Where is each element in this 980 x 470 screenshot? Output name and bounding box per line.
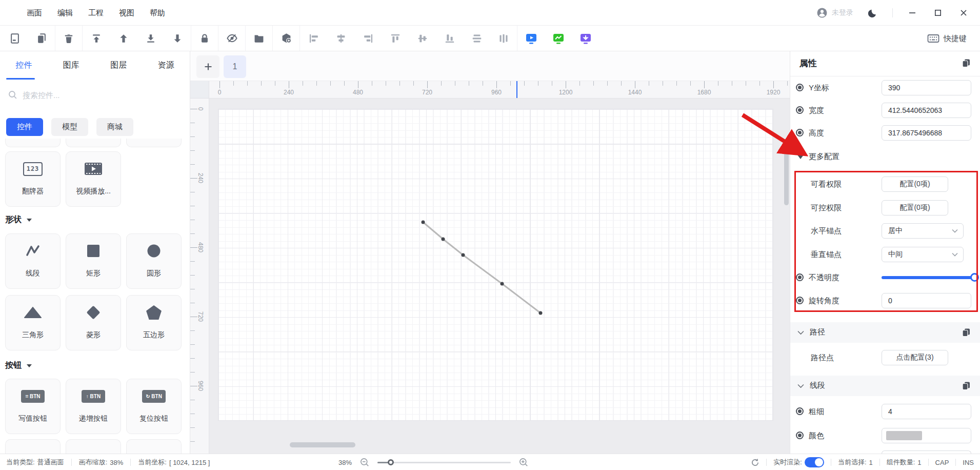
widget-diamond[interactable]: 菱形 <box>66 295 121 350</box>
copy-segment-icon[interactable] <box>962 381 971 390</box>
lock-icon[interactable] <box>191 26 218 51</box>
theme-moon-icon[interactable] <box>867 7 879 19</box>
widget-reset-button[interactable]: ↻ BTN 复位按钮 <box>126 379 182 434</box>
widget-pentagon[interactable]: 五边形 <box>126 295 182 350</box>
vertical-anchor-select[interactable]: 中间 <box>882 247 964 262</box>
opacity-slider[interactable] <box>882 276 977 279</box>
clipped-card[interactable] <box>66 139 121 147</box>
bind-y-coord-radio[interactable] <box>796 84 804 91</box>
widget-write-button[interactable]: = BTN 写值按钮 <box>5 379 61 434</box>
opacity-slider-knob[interactable] <box>970 273 979 282</box>
buttons-section-header[interactable]: 按钮 <box>5 360 32 371</box>
path-points-config-button[interactable]: 点击配置(3) <box>882 350 948 365</box>
align-middle-vertical-icon[interactable] <box>409 26 436 51</box>
menu-edit[interactable]: 编辑 <box>57 8 73 18</box>
width-input[interactable] <box>882 103 971 118</box>
view-permission-config-button[interactable]: 配置(0项) <box>882 177 948 192</box>
height-input[interactable] <box>882 125 971 141</box>
widget-video-player[interactable]: 视频播放... <box>66 151 121 207</box>
thickness-input[interactable] <box>882 404 971 419</box>
widget-rectangle[interactable]: 矩形 <box>66 233 121 289</box>
zoom-in-icon[interactable] <box>519 458 528 467</box>
shapes-section-header[interactable]: 形状 <box>5 214 32 225</box>
bind-width-radio[interactable] <box>796 106 804 114</box>
tab-layers[interactable]: 图层 <box>95 60 143 71</box>
clipped-card[interactable] <box>5 439 61 454</box>
bind-height-radio[interactable] <box>796 129 804 136</box>
hide-eye-off-icon[interactable] <box>218 26 246 51</box>
tab-resources[interactable]: 资源 <box>143 60 190 71</box>
preview-run-icon[interactable] <box>517 26 545 51</box>
zoom-out-icon[interactable] <box>360 458 369 467</box>
move-up-icon[interactable] <box>110 26 137 51</box>
login-button[interactable]: 未登录 <box>816 7 853 18</box>
zoom-slider-knob[interactable] <box>388 459 394 465</box>
bind-opacity-radio[interactable] <box>796 273 804 281</box>
ruler-label: 1680 <box>697 89 711 96</box>
control-permission-config-button[interactable]: 配置(0项) <box>882 200 948 216</box>
send-to-back-icon[interactable] <box>137 26 164 51</box>
segment-store[interactable]: 商城 <box>96 118 133 136</box>
minimize-button[interactable] <box>906 7 918 19</box>
move-down-icon[interactable] <box>164 26 191 51</box>
distribute-columns-icon[interactable] <box>490 26 517 51</box>
segment-widgets[interactable]: 控件 <box>6 118 43 136</box>
more-config-row[interactable]: 更多配置 <box>790 150 980 165</box>
new-file-icon[interactable] <box>1 26 28 51</box>
widget-increment-button[interactable]: ↑ BTN 递增按钮 <box>66 379 121 434</box>
menu-view[interactable]: 视图 <box>119 8 134 18</box>
simulate-run-icon[interactable] <box>545 26 572 51</box>
bind-rotation-radio[interactable] <box>796 297 804 304</box>
copy-path-icon[interactable] <box>962 328 971 337</box>
bind-thickness-radio[interactable] <box>796 407 804 415</box>
zoom-slider[interactable] <box>377 462 511 463</box>
clipped-card[interactable] <box>126 439 182 454</box>
download-publish-icon[interactable] <box>572 26 599 51</box>
path-section-header[interactable]: 路径 <box>790 322 980 343</box>
maximize-button[interactable] <box>932 7 944 19</box>
path-points-label: 路径点 <box>811 353 834 363</box>
menu-help[interactable]: 帮助 <box>150 8 165 18</box>
bind-color-radio[interactable] <box>796 432 804 439</box>
shortcut-keys-button[interactable]: 快捷键 <box>927 26 967 51</box>
delete-icon[interactable] <box>55 26 83 51</box>
close-button[interactable] <box>957 7 970 19</box>
copy-icon[interactable] <box>28 26 55 51</box>
tab-widgets[interactable]: 控件 <box>0 60 48 71</box>
copy-properties-icon[interactable] <box>962 58 971 68</box>
clipped-card[interactable] <box>126 139 182 147</box>
segment-models[interactable]: 模型 <box>51 118 88 136</box>
align-bottom-icon[interactable] <box>436 26 463 51</box>
align-center-horizontal-icon[interactable] <box>327 26 354 51</box>
folder-icon[interactable] <box>246 26 273 51</box>
clipped-card[interactable] <box>66 439 121 454</box>
add-page-button[interactable] <box>196 55 219 78</box>
menu-project[interactable]: 工程 <box>88 8 104 18</box>
horizontal-scrollbar-thumb[interactable] <box>290 442 355 447</box>
widget-circle[interactable]: 圆形 <box>126 233 182 289</box>
widget-line-segment[interactable]: 线段 <box>5 233 61 289</box>
align-right-icon[interactable] <box>354 26 382 51</box>
page-tab-1[interactable]: 1 <box>224 55 246 78</box>
clipped-card[interactable] <box>5 139 61 147</box>
bring-to-front-icon[interactable] <box>83 26 110 51</box>
tab-gallery[interactable]: 图库 <box>48 60 95 71</box>
widget-flip-counter[interactable]: 123 翻牌器 <box>5 151 61 207</box>
align-top-icon[interactable] <box>382 26 409 51</box>
rotation-input[interactable] <box>882 293 971 308</box>
ruler-label: 720 <box>197 311 204 322</box>
component-add-icon[interactable] <box>273 26 300 51</box>
canvas-viewport[interactable] <box>209 99 790 454</box>
segment-section-header[interactable]: 线段 <box>790 376 980 396</box>
search-input[interactable] <box>23 91 166 100</box>
vertical-scrollbar-thumb[interactable] <box>784 149 789 205</box>
distribute-rows-icon[interactable] <box>463 26 490 51</box>
refresh-icon[interactable] <box>751 458 759 467</box>
selected-line-element[interactable] <box>209 99 790 454</box>
horizontal-anchor-select[interactable]: 居中 <box>882 223 964 239</box>
y-coord-input[interactable] <box>882 80 971 95</box>
menu-screen[interactable]: 画面 <box>27 8 42 18</box>
widget-triangle[interactable]: 三角形 <box>5 295 61 350</box>
realtime-render-toggle[interactable] <box>805 457 824 467</box>
align-left-icon[interactable] <box>300 26 327 51</box>
